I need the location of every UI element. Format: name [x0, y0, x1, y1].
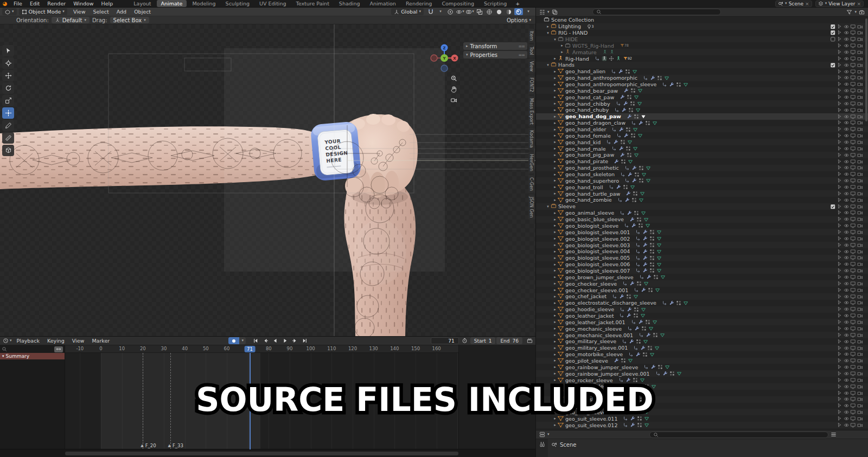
outliner-row-geo-hand-dragon-claw[interactable]: ▸geo_hand_dragon_claw — [536, 120, 868, 126]
transform-tool-button[interactable] — [2, 107, 14, 119]
disable-render-toggle[interactable] — [857, 249, 863, 255]
hide-viewport-toggle[interactable] — [844, 242, 850, 248]
hide-viewport-toggle[interactable] — [844, 88, 850, 94]
transform-orientation-selector[interactable]: Global ▾ — [391, 8, 424, 15]
camera-view-button[interactable] — [449, 95, 458, 105]
disable-viewport-toggle[interactable] — [850, 249, 856, 255]
mode-selector[interactable]: Object Mode ▾ — [19, 8, 67, 15]
collapse-icon[interactable]: ▸ — [559, 50, 565, 54]
disable-render-toggle[interactable] — [857, 332, 863, 338]
disable-viewport-toggle[interactable] — [850, 396, 856, 402]
shading-solid-button[interactable] — [495, 8, 503, 15]
disable-render-toggle[interactable] — [857, 146, 863, 152]
disable-render-toggle[interactable] — [857, 165, 863, 171]
disable-render-toggle[interactable] — [857, 326, 863, 332]
hide-viewport-toggle[interactable] — [844, 146, 850, 152]
menubar-help[interactable]: Help — [98, 1, 117, 7]
outliner-row-geo-brown-jumper-sleeve[interactable]: ▸geo_brown_jumper_sleeve — [536, 274, 868, 280]
hide-viewport-toggle[interactable] — [844, 171, 850, 177]
timeline-marker[interactable]: ▲F_33 — [168, 443, 183, 448]
orientation-default-dropdown[interactable]: Default ▾ — [52, 17, 90, 23]
collapse-icon[interactable]: ▸ — [552, 346, 558, 350]
collapse-icon[interactable]: ▸ — [552, 416, 558, 421]
hide-viewport-toggle[interactable] — [844, 204, 850, 210]
disable-viewport-toggle[interactable] — [850, 107, 856, 113]
move-tool-button[interactable] — [2, 70, 14, 81]
disable-viewport-toggle[interactable] — [850, 126, 856, 132]
disable-viewport-toggle[interactable] — [850, 165, 856, 171]
hide-viewport-toggle[interactable] — [844, 191, 850, 197]
new-collection-icon[interactable] — [859, 9, 865, 15]
disable-viewport-toggle[interactable] — [850, 101, 856, 107]
disable-render-toggle[interactable] — [857, 313, 863, 319]
selectable-toggle[interactable] — [837, 24, 843, 30]
collapse-icon[interactable]: ▸ — [552, 371, 558, 376]
selectable-toggle[interactable] — [837, 274, 843, 280]
hide-viewport-toggle[interactable] — [844, 345, 850, 351]
collapse-icon[interactable]: ▸ — [545, 24, 551, 29]
expand-icon[interactable]: ▾ — [545, 204, 551, 209]
disable-viewport-toggle[interactable] — [850, 242, 856, 248]
disable-viewport-toggle[interactable] — [850, 339, 856, 345]
use-preview-range-icon[interactable] — [462, 338, 468, 344]
selectable-toggle[interactable] — [837, 396, 843, 402]
cursor-tool-button[interactable] — [2, 57, 14, 69]
hide-viewport-toggle[interactable] — [844, 390, 850, 396]
hide-viewport-toggle[interactable] — [844, 249, 850, 255]
disable-viewport-toggle[interactable] — [850, 255, 856, 261]
workspace-tab-shading[interactable]: Shading — [335, 0, 365, 7]
collapse-icon[interactable]: ▸ — [552, 223, 558, 228]
hide-viewport-toggle[interactable] — [844, 126, 850, 132]
timeline-menu-keying[interactable]: Keying — [43, 338, 68, 344]
selectable-toggle[interactable] — [837, 249, 843, 255]
selectable-toggle[interactable] — [837, 364, 843, 370]
disable-viewport-toggle[interactable] — [850, 24, 856, 30]
hide-viewport-toggle[interactable] — [844, 165, 850, 171]
snap-settings-dropdown[interactable]: ▾ — [436, 8, 445, 15]
disable-render-toggle[interactable] — [857, 403, 863, 409]
disable-render-toggle[interactable] — [857, 216, 863, 222]
disable-render-toggle[interactable] — [857, 300, 863, 306]
timeline-editor-icon[interactable] — [3, 338, 9, 344]
disable-render-toggle[interactable] — [857, 171, 863, 177]
disable-render-toggle[interactable] — [857, 94, 863, 100]
hide-viewport-toggle[interactable] — [844, 339, 850, 345]
selectable-toggle[interactable] — [837, 36, 843, 42]
collapse-icon[interactable]: ▸ — [559, 43, 565, 48]
selectable-toggle[interactable] — [837, 126, 843, 132]
hide-viewport-toggle[interactable] — [844, 422, 850, 428]
exclude-checkbox[interactable] — [830, 204, 836, 210]
hide-viewport-toggle[interactable] — [844, 36, 850, 42]
disable-viewport-toggle[interactable] — [850, 422, 856, 428]
viewport-menu-select[interactable]: Select — [89, 9, 112, 15]
outliner-row-geo-basic-blue-sleeve[interactable]: ▸geo_basic_blue_sleeve — [536, 216, 868, 223]
collapse-icon[interactable]: ▸ — [552, 191, 558, 196]
selectable-toggle[interactable] — [837, 62, 843, 68]
outliner-row-geo-leather-jacket-001[interactable]: ▸geo_leather_jacket.001 — [536, 319, 868, 325]
disable-render-toggle[interactable] — [857, 178, 863, 184]
collapse-icon[interactable]: ▸ — [552, 397, 558, 402]
disable-render-toggle[interactable] — [857, 223, 863, 229]
sidebar-tab-mass-export[interactable]: Mass Export — [528, 96, 534, 127]
selectable-toggle[interactable] — [837, 416, 843, 422]
disable-viewport-toggle[interactable] — [850, 274, 856, 280]
collapse-icon[interactable]: ▸ — [552, 262, 558, 267]
navigation-gizmo[interactable]: Z X Y — [430, 44, 458, 73]
disable-render-toggle[interactable] — [857, 133, 863, 139]
selectable-toggle[interactable] — [837, 197, 843, 203]
playhead[interactable] — [250, 353, 251, 449]
collapse-icon[interactable]: ▸ — [552, 301, 558, 305]
disable-viewport-toggle[interactable] — [850, 184, 856, 190]
hide-viewport-toggle[interactable] — [844, 255, 850, 261]
filter-collapse-icon[interactable] — [54, 346, 63, 352]
summary-channel[interactable]: ▾ Summary — [0, 353, 65, 359]
n-panel-section-properties[interactable]: ▾Properties== — [463, 51, 527, 59]
disable-render-toggle[interactable] — [857, 384, 863, 390]
expand-icon[interactable]: ▾ — [552, 37, 558, 42]
hide-viewport-toggle[interactable] — [844, 403, 850, 409]
disable-render-toggle[interactable] — [857, 242, 863, 248]
hide-viewport-toggle[interactable] — [844, 300, 850, 306]
disable-render-toggle[interactable] — [857, 236, 863, 242]
selectable-toggle[interactable] — [837, 339, 843, 345]
outliner-row-hide[interactable]: ▾HIDE — [536, 36, 868, 43]
